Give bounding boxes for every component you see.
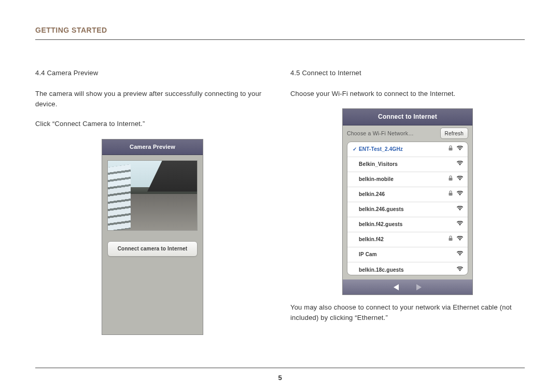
wifi-signal-icon (454, 220, 464, 229)
content-columns: 4.4 Camera Preview The camera will show … (35, 68, 525, 335)
phone-screenshot-wrap-left: Camera Preview Connect camera to Interne… (35, 139, 270, 335)
left-para-1: The camera will show you a preview after… (35, 89, 270, 109)
left-section-title: 4.4 Camera Preview (35, 68, 270, 78)
connect-camera-button[interactable]: Connect camera to Internet (107, 241, 198, 257)
section-header: GETTING STARTED (35, 26, 525, 40)
wifi-network-name: belkin.f42.guests (359, 220, 447, 229)
nav-back-icon[interactable] (394, 284, 399, 290)
page-number: 5 (0, 374, 560, 382)
wifi-network-name: IP Cam (359, 250, 447, 259)
wifi-network-row[interactable]: Belkin_Visitors (347, 157, 468, 172)
phone-camera-preview: Camera Preview Connect camera to Interne… (102, 139, 203, 335)
nav-forward-icon[interactable] (416, 284, 422, 290)
navbar-title: Connect to Internet (343, 109, 472, 125)
wifi-network-list: ✓ENT-Test_2.4GHzBelkin_Visitorsbelkin-mo… (347, 142, 468, 275)
svg-rect-0 (449, 148, 452, 151)
wifi-signal-icon (454, 175, 464, 184)
wifi-network-name: ENT-Test_2.4GHz (359, 145, 447, 153)
phone-screenshot-wrap-right: Connect to Internet Choose a Wi-Fi Netwo… (290, 108, 525, 295)
wifi-signal-icon (454, 160, 464, 169)
footer-rule (35, 368, 525, 368)
wifi-signal-icon (454, 190, 464, 199)
wifi-network-name: belkin-mobile (359, 175, 447, 184)
wifi-subheader: Choose a Wi-Fi Network… Refresh (343, 125, 472, 142)
right-para-1: Choose your Wi-Fi network to connect to … (290, 89, 525, 99)
wifi-network-row[interactable]: belkin.18c.guests (347, 262, 468, 275)
wifi-network-row[interactable]: IP Cam (347, 247, 468, 262)
wifi-network-row[interactable]: belkin.246.guests (347, 202, 468, 217)
wifi-signal-icon (454, 266, 464, 274)
wifi-network-name: belkin.246 (359, 190, 447, 199)
lock-icon (447, 145, 454, 153)
wifi-network-row[interactable]: belkin.f42 (347, 232, 468, 247)
lock-icon (447, 190, 454, 199)
wifi-signal-icon (454, 250, 464, 259)
navbar-title: Camera Preview (102, 139, 203, 155)
camera-preview-image (107, 160, 198, 231)
wifi-network-name: belkin.18c.guests (359, 266, 447, 274)
svg-rect-1 (449, 178, 452, 181)
choose-network-label: Choose a Wi-Fi Network… (347, 129, 414, 137)
wifi-signal-icon (454, 205, 464, 214)
wifi-signal-icon (454, 145, 464, 153)
checkmark-icon: ✓ (353, 145, 359, 153)
lock-icon (447, 235, 454, 244)
wifi-network-name: Belkin_Visitors (359, 160, 447, 169)
wifi-signal-icon (454, 235, 464, 244)
lock-icon (447, 175, 454, 184)
left-para-2: Click “Connect Camera to Internet.” (35, 119, 270, 129)
svg-rect-2 (449, 193, 452, 196)
wifi-network-name: belkin.246.guests (359, 205, 447, 214)
right-column: 4.5 Connect to Internet Choose your Wi-F… (290, 68, 525, 335)
wifi-network-row[interactable]: belkin.246 (347, 187, 468, 202)
refresh-button[interactable]: Refresh (440, 128, 468, 139)
left-column: 4.4 Camera Preview The camera will show … (35, 68, 270, 335)
wifi-network-row[interactable]: belkin-mobile (347, 172, 468, 187)
svg-rect-3 (449, 238, 452, 241)
wifi-network-name: belkin.f42 (359, 235, 447, 244)
right-section-title: 4.5 Connect to Internet (290, 68, 525, 78)
right-para-2: You may also choose to connect to your n… (290, 302, 525, 323)
wifi-network-row[interactable]: belkin.f42.guests (347, 217, 468, 232)
phone-connect-internet: Connect to Internet Choose a Wi-Fi Netwo… (342, 108, 473, 295)
wifi-network-row[interactable]: ✓ENT-Test_2.4GHz (347, 142, 468, 157)
bottom-nav-bar (343, 279, 472, 295)
